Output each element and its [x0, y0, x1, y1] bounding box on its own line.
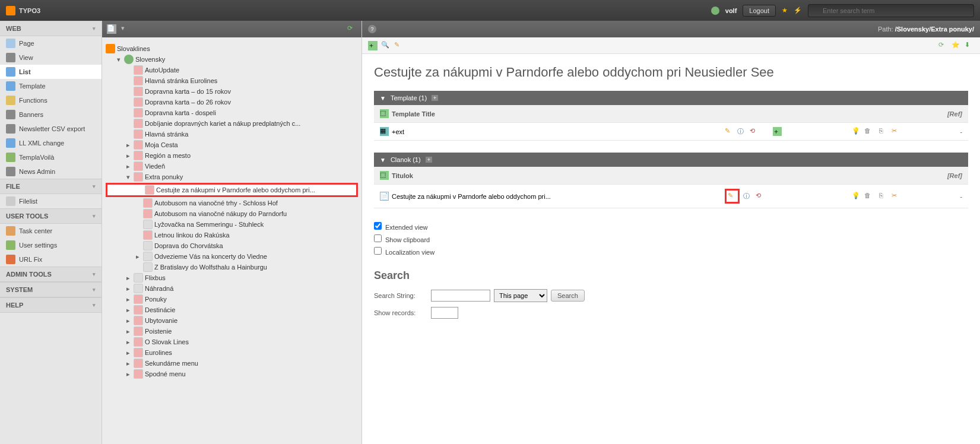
- delete-icon[interactable]: 🗑: [864, 127, 873, 136]
- tree-node[interactable]: ▸O Slovak Lines: [106, 337, 358, 347]
- tree-expander-icon[interactable]: ▸: [125, 317, 132, 325]
- module-section-system[interactable]: SYSTEM▾: [0, 282, 102, 297]
- module-section-user-tools[interactable]: USER TOOLS▾: [0, 208, 102, 224]
- tree-node[interactable]: Autobusom na vianočné trhy - Schloss Hof: [106, 198, 358, 208]
- template-section-header[interactable]: ▼ Template (1) +: [374, 91, 968, 105]
- logout-button[interactable]: Logout: [743, 5, 776, 17]
- edit-all-icon[interactable]: ⬚: [380, 171, 389, 180]
- copy-icon[interactable]: ⎘: [879, 127, 888, 136]
- tree-expander-icon[interactable]: ▸: [134, 253, 141, 261]
- reload-icon[interactable]: ⟳: [938, 41, 948, 50]
- show-clipboard-checkbox[interactable]: Show clipboard: [374, 233, 968, 245]
- tree-root[interactable]: Slovaklines: [106, 43, 358, 54]
- tree-node[interactable]: ▸Eurolines: [106, 347, 358, 358]
- cut-icon[interactable]: ✂: [892, 127, 900, 136]
- new-record-icon[interactable]: ＋: [368, 41, 378, 50]
- tree-expander-icon[interactable]: ▸: [125, 306, 132, 314]
- tree-expander-icon[interactable]: ▸: [125, 296, 132, 303]
- module-item-user-settings[interactable]: User settings: [0, 238, 102, 252]
- tree-node[interactable]: ▸Región a mesto: [106, 150, 358, 161]
- edit-page-icon[interactable]: ✎: [394, 41, 404, 50]
- module-section-admin-tools[interactable]: ADMIN TOOLS▾: [0, 267, 102, 282]
- template-row-title[interactable]: +ext: [392, 128, 725, 135]
- tree-node[interactable]: ▸Sekundárne menu: [106, 358, 358, 369]
- username-label[interactable]: volf: [725, 7, 737, 14]
- tree-node[interactable]: ▸Viedeň: [106, 161, 358, 172]
- filter-icon[interactable]: ▾: [121, 24, 131, 34]
- module-section-file[interactable]: FILE▾: [0, 179, 102, 194]
- cache-bolt-icon[interactable]: ⚡: [794, 7, 802, 14]
- tree-node[interactable]: ▸Spodné menu: [106, 369, 358, 379]
- module-item-templavoilà[interactable]: TemplaVoilà: [0, 150, 102, 164]
- tree-node[interactable]: ▸Ubytovanie: [106, 315, 358, 326]
- shortcut-icon[interactable]: ⭐: [952, 41, 961, 50]
- tree-expander-icon[interactable]: ▸: [125, 163, 132, 170]
- tree-node[interactable]: Dopravna karta – do 26 rokov: [106, 97, 358, 107]
- module-item-view[interactable]: View: [0, 50, 102, 65]
- cut-icon[interactable]: ✂: [892, 192, 900, 201]
- extended-view-checkbox[interactable]: Extended view: [374, 220, 968, 233]
- tree-expander-icon[interactable]: ▸: [125, 349, 132, 357]
- delete-icon[interactable]: 🗑: [864, 192, 873, 201]
- refresh-icon[interactable]: ⟳: [347, 24, 357, 34]
- record-icon[interactable]: 📄: [380, 192, 389, 201]
- global-search-input[interactable]: [808, 4, 974, 17]
- tree-node[interactable]: Lyžovačka na Semmeringu - Stuhleck: [106, 219, 358, 230]
- tree-expander-icon[interactable]: ▸: [125, 328, 132, 335]
- tree-expander-icon[interactable]: ▸: [125, 370, 132, 378]
- module-item-task-center[interactable]: Task center: [0, 224, 102, 238]
- tree-expander-icon[interactable]: ▸: [125, 338, 132, 346]
- hide-icon[interactable]: 💡: [852, 192, 861, 201]
- tree-lang-root[interactable]: ▾Slovensky: [106, 54, 358, 65]
- bookmark-star-icon[interactable]: ★: [782, 7, 788, 14]
- tree-node[interactable]: ▸Moja Cesta: [106, 139, 358, 150]
- module-item-template[interactable]: Template: [0, 79, 102, 93]
- tree-node[interactable]: Hlavná stránka Eurolines: [106, 75, 358, 86]
- edit-all-icon[interactable]: ⬚: [380, 109, 389, 118]
- module-item-filelist[interactable]: Filelist: [0, 194, 102, 208]
- tree-node[interactable]: Dopravna karta - dospeli: [106, 107, 358, 118]
- tree-node[interactable]: AutoUpdate: [106, 65, 358, 75]
- module-item-functions[interactable]: Functions: [0, 93, 102, 107]
- tree-expander-icon[interactable]: ▾: [125, 173, 132, 181]
- module-item-page[interactable]: Page: [0, 36, 102, 50]
- tree-node[interactable]: Cestujte za nákupmi v Parndorfe alebo od…: [106, 183, 358, 197]
- tree-node[interactable]: ▸Ponuky: [106, 294, 358, 305]
- tree-node[interactable]: Z Bratislavy do Wolfsthalu a Hainburgu: [106, 262, 358, 272]
- module-section-web[interactable]: WEB▾: [0, 21, 102, 36]
- expand-plus-icon[interactable]: +: [432, 95, 438, 101]
- tree-node[interactable]: ▸Náhradná: [106, 283, 358, 294]
- module-item-ll-xml-change[interactable]: LL XML change: [0, 136, 102, 150]
- tree-node[interactable]: Dobíjanie dopravných kariet a nákup pred…: [106, 118, 358, 129]
- search-scope-select[interactable]: This page: [494, 289, 547, 302]
- collapse-icon[interactable]: ▼: [380, 157, 386, 163]
- tree-expander-icon[interactable]: ▸: [125, 141, 132, 149]
- tree-node[interactable]: Doprava do Chorvátska: [106, 240, 358, 251]
- tree-node[interactable]: ▸Flixbus: [106, 272, 358, 283]
- tree-node[interactable]: ▸Poistenie: [106, 326, 358, 337]
- tree-node[interactable]: ▸Odvezieme Vás na koncerty do Viedne: [106, 251, 358, 262]
- tree-expander-icon[interactable]: ▸: [125, 152, 132, 160]
- history-icon[interactable]: ⟲: [750, 127, 759, 136]
- history-icon[interactable]: ⟲: [756, 192, 765, 201]
- clanok-row-title[interactable]: Cestujte za nákupmi v Parndorfe alebo od…: [392, 193, 725, 200]
- tree-expander-icon[interactable]: ▸: [125, 360, 132, 367]
- info-icon[interactable]: ⓘ: [737, 127, 746, 136]
- search-button[interactable]: Search: [551, 290, 585, 302]
- export-csv-icon[interactable]: ⬇: [965, 41, 974, 50]
- clanok-section-header[interactable]: ▼ Clanok (1) +: [374, 153, 968, 167]
- tree-expander-icon[interactable]: ▸: [125, 274, 132, 282]
- tree-node[interactable]: Letnou linkou do Rakúska: [106, 230, 358, 240]
- tree-node[interactable]: Autobusom na vianočné nákupy do Parndorf…: [106, 208, 358, 219]
- edit-icon[interactable]: ✎: [725, 127, 734, 136]
- collapse-icon[interactable]: ▼: [380, 95, 386, 102]
- new-page-icon[interactable]: 📄: [107, 24, 116, 34]
- tree-node[interactable]: ▾Extra ponuky: [106, 172, 358, 182]
- edit-icon[interactable]: ✎: [728, 192, 737, 201]
- help-icon[interactable]: ?: [368, 25, 376, 33]
- tree-expander-icon[interactable]: ▾: [115, 56, 122, 64]
- template-record-icon[interactable]: ▦: [380, 127, 389, 136]
- tree-node[interactable]: Hlavná stránka: [106, 129, 358, 139]
- module-item-list[interactable]: List: [0, 65, 102, 79]
- module-item-newsletter-csv-export[interactable]: Newsletter CSV export: [0, 122, 102, 136]
